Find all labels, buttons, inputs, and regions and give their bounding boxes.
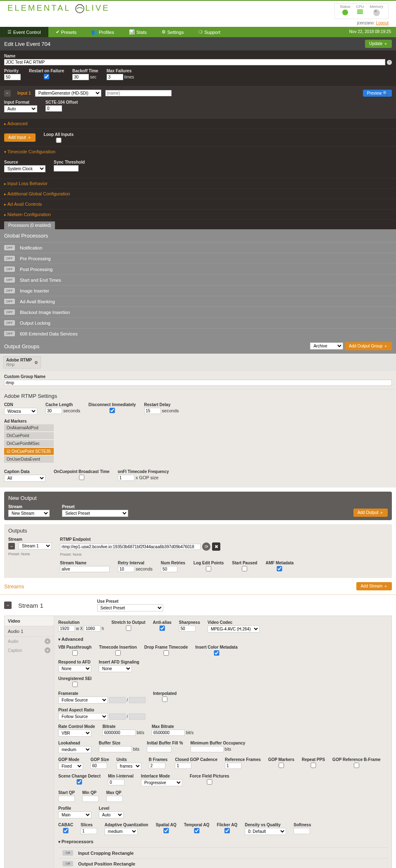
pattern-select[interactable]: PatternGenerator (HD-SDI) [35,90,101,97]
gp-toggle[interactable]: OFF [4,256,15,261]
refresh-icon[interactable]: ⟳ [202,542,210,551]
ad-marker-OnUserDataEvent[interactable]: OnUserDataEvent [4,456,54,463]
par-den[interactable] [129,713,146,720]
update-button-top[interactable]: Update ＋ [365,40,392,48]
cache-input[interactable] [45,408,62,414]
ad-avail-expander[interactable]: Ad Avail Controls [0,199,396,209]
rtmp-endpoint-input[interactable] [60,544,200,550]
name-input[interactable] [4,59,385,65]
gop-mode-select[interactable]: Fixed [58,763,83,770]
oncue-broadcast-checkbox[interactable] [54,475,110,480]
nav-settings[interactable]: ⚙ Settings [154,27,191,37]
codec-select[interactable]: MPEG-4 AVC (H.264) [208,625,260,633]
new-output-preset-select[interactable]: Select Preset [62,510,128,517]
gop-ref-b-checkbox[interactable] [332,763,381,768]
spatial-aq-checkbox[interactable] [156,828,177,833]
ref-frames-input[interactable] [225,763,241,769]
nielsen-expander[interactable]: Nielsen Configuration [0,209,396,219]
ad-marker-OnCuePoint SCTE35[interactable]: ☑ OnCuePoint SCTE35 [4,448,54,455]
start-qp-input[interactable] [58,796,75,802]
gop-markers-checkbox[interactable] [268,763,294,768]
input-loss-expander[interactable]: Input Loss Behavior [0,178,396,188]
gop-size-input[interactable] [91,763,107,769]
collapse-output-icon[interactable]: − [8,543,15,549]
stretch-checkbox[interactable] [112,625,146,631]
gp-toggle[interactable]: OFF [4,288,15,293]
delete-output-icon[interactable]: ✖ [212,542,220,551]
profile-select[interactable]: Main [58,811,91,818]
tab-video[interactable]: Video [5,616,54,626]
softness-input[interactable] [293,828,310,834]
insert-color-checkbox[interactable] [196,650,238,656]
onfi-input[interactable] [118,475,134,481]
lookahead-select[interactable]: medium [58,746,91,753]
buffer-size-input[interactable] [99,746,132,752]
bitrate-input[interactable] [103,730,136,736]
insert-afd-select[interactable]: None [99,665,132,672]
rate-ctrl-select[interactable]: VBR [58,730,91,737]
tc-ins-checkbox[interactable] [99,650,137,656]
ad-marker-OnAkamaiAdPod[interactable]: OnAkamaiAdPod [4,424,54,431]
cabac-checkbox[interactable] [58,828,73,833]
res-w-input[interactable] [58,625,75,632]
gp-toggle[interactable]: OFF [4,266,15,272]
input-name-field[interactable] [105,90,172,96]
ad-marker-OnCuePointMSec[interactable]: OnCuePointMSec [4,440,54,447]
new-output-stream-select[interactable]: New Stream [8,510,50,517]
min-i-input[interactable] [108,779,124,785]
add-caption-icon[interactable]: + [45,647,50,653]
restart-delay-input[interactable] [144,408,161,414]
num-retries-input[interactable] [161,566,177,572]
par-select[interactable]: Follow Source [58,713,108,720]
additional-global-expander[interactable]: Additional Global Configuration [0,188,396,199]
density-select[interactable]: 0: Default [245,828,286,835]
collapse-stream-icon[interactable]: − [4,602,12,609]
closed-gop-input[interactable] [175,763,191,769]
scene-change-checkbox[interactable] [58,779,100,785]
bframes-input[interactable] [149,763,165,769]
par-num[interactable] [109,713,126,720]
preprocessors-subhead[interactable]: Preprocessors [58,839,387,844]
disconnect-checkbox[interactable] [88,408,136,413]
loop-all-checkbox[interactable] [44,138,74,143]
adaptive-q-select[interactable]: medium [105,828,138,835]
initial-fill-input[interactable] [147,746,172,752]
amf-checkbox[interactable] [265,566,293,571]
framerate-den[interactable] [129,697,146,703]
level-select[interactable]: Auto [99,811,124,818]
add-stream-button[interactable]: Add Stream ＋ [356,582,392,590]
nav-profiles[interactable]: 👥 Profiles [84,27,122,37]
output-group-tab[interactable]: Adobe RTMPrtmp ⚙ [3,356,41,369]
framerate-select[interactable]: Follow Source [58,697,108,704]
res-h-input[interactable] [84,625,100,632]
priority-input[interactable] [4,74,21,80]
tc-source-select[interactable]: System Clock [4,165,45,172]
max-qp-input[interactable] [106,796,123,802]
antialias-checkbox[interactable] [153,625,172,631]
unreg-sei-checkbox[interactable] [58,682,92,687]
add-audio-icon[interactable]: + [45,638,50,644]
preproc-toggle[interactable]: Off [62,850,73,856]
gp-toggle[interactable]: OFF [4,245,15,250]
gp-toggle[interactable]: OFF [4,277,15,283]
framerate-num[interactable] [109,697,126,703]
preproc-toggle[interactable]: Off [62,861,73,866]
nav-stats[interactable]: 📊 Stats [122,27,154,37]
processors-tab[interactable]: Processors (0 enabled) [4,221,55,229]
ad-marker-OnCuePoint[interactable]: OnCuePoint [4,432,54,439]
log-edit-checkbox[interactable] [193,566,224,571]
retry-input[interactable] [118,566,134,572]
add-output-button[interactable]: Add Output ＋ [353,509,388,517]
force-field-checkbox[interactable] [190,779,229,785]
stream-name-input[interactable] [60,566,110,572]
add-input-button[interactable]: Add Input ＋ [4,133,36,142]
backoff-input[interactable] [72,74,89,80]
nav-presets[interactable]: ✔ Presets [48,27,84,37]
sharpness-input[interactable] [179,625,196,632]
interpolated-checkbox[interactable] [153,697,177,702]
input-format-select[interactable]: Auto [4,105,37,112]
respond-afd-select[interactable]: None [58,665,91,672]
timecode-expander[interactable]: Timecode Configuration [0,146,396,157]
gear-icon[interactable]: ⚙ [34,360,38,365]
temporal-aq-checkbox[interactable] [184,828,210,833]
